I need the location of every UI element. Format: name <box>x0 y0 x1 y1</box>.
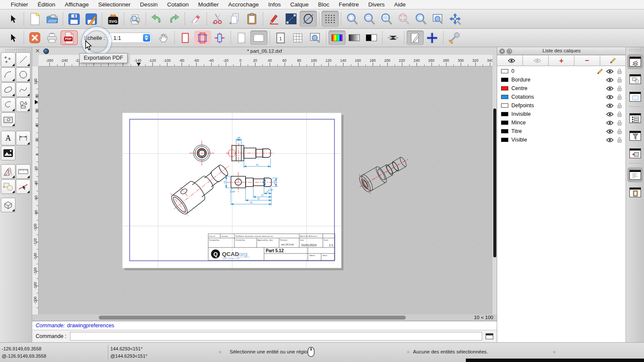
zoom-to-page-button[interactable] <box>307 30 324 45</box>
pdf-export-button[interactable]: PDF <box>61 30 78 45</box>
measure-tool-button[interactable] <box>16 164 30 179</box>
layer-color-swatch[interactable] <box>501 121 508 125</box>
ellipse-tool-button[interactable] <box>1 82 15 97</box>
layer-color-swatch[interactable] <box>501 95 508 99</box>
layer-lock-icon[interactable] <box>617 85 622 91</box>
remove-layer-button[interactable]: − <box>574 55 600 66</box>
add-layer-button[interactable]: + <box>548 55 574 66</box>
menu-affichage[interactable]: Affichage <box>60 1 94 8</box>
single-page-button[interactable]: 1 <box>272 30 289 45</box>
delete-entities-button[interactable] <box>187 11 204 27</box>
layer-visibility-icon[interactable] <box>606 69 614 74</box>
layer-list-panel-button[interactable] <box>627 54 643 69</box>
zoom-selection-button[interactable] <box>395 11 412 27</box>
portrait-page-button[interactable] <box>233 30 250 45</box>
layer-lock-icon[interactable] <box>617 120 622 126</box>
show-paper-borders-button[interactable] <box>177 30 194 45</box>
menu-cotation[interactable]: Cotation <box>162 1 193 8</box>
zoom-auto-button[interactable] <box>378 11 395 27</box>
trim-tool-button[interactable] <box>16 179 30 194</box>
layer-visibility-icon[interactable] <box>606 86 614 91</box>
layer-color-swatch[interactable] <box>501 86 508 90</box>
shape-tool-button[interactable] <box>16 97 30 112</box>
undo-button[interactable] <box>148 11 165 27</box>
print-button[interactable] <box>43 30 61 45</box>
layer-color-swatch[interactable] <box>501 112 508 116</box>
layer-lock-icon[interactable] <box>617 94 622 100</box>
line-tool-button[interactable] <box>16 52 30 67</box>
layer-lock-icon[interactable] <box>617 103 622 109</box>
cut-button[interactable] <box>209 11 226 27</box>
pan-zoom-button[interactable] <box>447 11 464 27</box>
layer-row-cotations[interactable]: Cotations <box>497 93 626 101</box>
layer-row-0[interactable]: 0 <box>497 67 626 75</box>
save-button[interactable] <box>65 11 82 27</box>
view-list-panel-button[interactable] <box>627 89 643 104</box>
arc-tool-button[interactable] <box>1 67 15 82</box>
select-t-cursor-button[interactable] <box>4 11 21 27</box>
layer-visibility-icon[interactable] <box>606 112 614 117</box>
spline-tool-button[interactable] <box>16 82 30 97</box>
property-editor-button[interactable] <box>265 11 283 27</box>
layer-row-centre[interactable]: Centre <box>497 84 626 93</box>
new-document-button[interactable] <box>26 11 43 27</box>
auto-fit-drawing-button[interactable] <box>211 30 228 45</box>
layer-lock-icon[interactable] <box>617 128 622 134</box>
layer-visibility-icon[interactable] <box>606 95 614 100</box>
command-line-panel-button[interactable] <box>627 167 643 182</box>
copy-button[interactable] <box>226 11 243 27</box>
print-preview-button[interactable] <box>126 11 143 27</box>
open-document-button[interactable] <box>43 11 61 27</box>
layer-lock-icon[interactable] <box>617 137 622 143</box>
layer-color-swatch[interactable] <box>501 103 508 108</box>
layer-lock-icon[interactable] <box>617 77 622 83</box>
zoom-window-button[interactable] <box>429 11 447 27</box>
wireframe-isometric[interactable] <box>354 149 414 197</box>
edit-layer-button[interactable] <box>600 55 626 66</box>
multi-page-button[interactable] <box>289 30 307 45</box>
menu-fenêtre[interactable]: Fenêtre <box>334 1 364 8</box>
horizontal-scrollbar-thumb[interactable] <box>99 316 406 320</box>
selection-tool-button[interactable] <box>283 11 300 27</box>
layer-row-mince[interactable]: Mince <box>497 118 626 127</box>
modify-tool-button[interactable] <box>1 179 15 194</box>
pan-hand-button[interactable] <box>155 30 172 45</box>
layer-row-invisible[interactable]: Invisible <box>497 110 626 118</box>
stepper-icon[interactable] <box>143 34 150 42</box>
zoom-out-button[interactable] <box>361 11 378 27</box>
dimension-tool-button[interactable] <box>16 131 30 145</box>
library-browser-panel-button[interactable] <box>627 146 643 161</box>
layer-color-swatch[interactable] <box>501 129 508 133</box>
menu-sélectionner[interactable]: Sélectionner <box>94 1 135 8</box>
menu-modifier[interactable]: Modifier <box>193 1 223 8</box>
layer-row-defpoints[interactable]: Defpoints <box>497 101 626 110</box>
full-color-mode-button[interactable] <box>328 30 346 45</box>
layer-lock-icon[interactable] <box>617 68 622 74</box>
redo-button[interactable] <box>165 11 182 27</box>
landscape-page-button[interactable] <box>250 30 267 45</box>
vertical-scrollbar-thumb[interactable] <box>493 109 496 257</box>
menu-divers[interactable]: Divers <box>364 1 389 8</box>
layer-visibility-icon[interactable] <box>606 138 614 142</box>
menu-fichier[interactable]: Fichier <box>6 1 33 8</box>
circle-tool-button[interactable] <box>16 67 30 82</box>
lineweight-toggle[interactable] <box>385 30 402 45</box>
hatch-tool-button[interactable] <box>1 112 15 127</box>
save-as-button[interactable] <box>82 11 100 27</box>
layer-lock-icon[interactable] <box>617 111 622 117</box>
construction-line-toggle[interactable] <box>300 11 317 27</box>
vertical-scrollbar[interactable] <box>492 66 497 314</box>
horizontal-scrollbar[interactable]: 10 < 100 <box>32 314 497 321</box>
zoom-in-button[interactable] <box>343 11 361 27</box>
clipboard-panel-button[interactable] <box>627 185 643 200</box>
menu-accrochage[interactable]: Accrochage <box>223 1 263 8</box>
paste-button[interactable] <box>243 11 261 27</box>
palette-grip[interactable] <box>5 49 27 51</box>
property-list-panel-button[interactable] <box>627 111 643 126</box>
polyline-tool-button[interactable] <box>1 97 15 112</box>
drawing-canvas[interactable]: ø8 41 <box>39 66 492 314</box>
grayscale-mode-button[interactable] <box>346 30 363 45</box>
layer-visibility-icon[interactable] <box>606 103 614 108</box>
command-input[interactable] <box>70 332 482 341</box>
layer-row-titre[interactable]: Titre <box>497 127 626 136</box>
